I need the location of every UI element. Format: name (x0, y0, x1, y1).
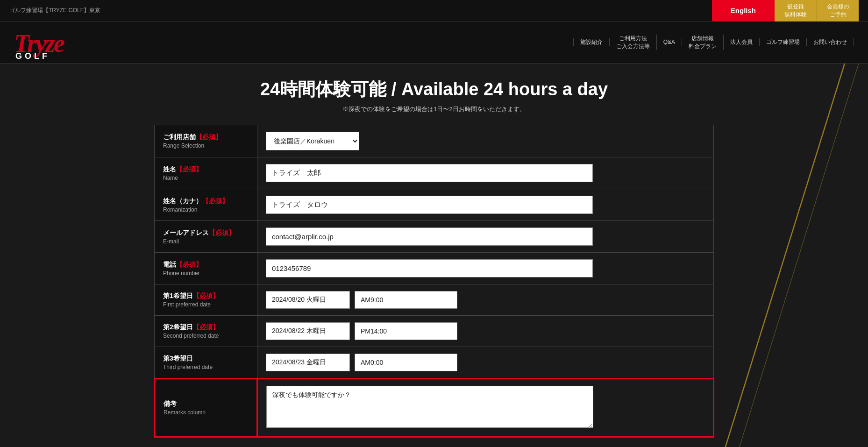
email-input[interactable] (266, 227, 593, 246)
romanization-label: 姓名（カナ）【必須】 Romanization (155, 189, 257, 221)
nav-item-store-info[interactable]: 店舗情報料金プラン (682, 35, 724, 50)
romanization-input-cell (257, 189, 714, 221)
third-date-label-en: Third preferred date (163, 364, 249, 370)
second-date-row: 第2希望日【必須】 Second preferred date (155, 316, 714, 347)
top-bar-right: English 仮登録 無料体験 会員様の ご予約 (712, 0, 859, 21)
romanization-input[interactable] (266, 196, 593, 214)
second-date-label: 第2希望日【必須】 Second preferred date (155, 316, 257, 347)
range-select[interactable]: 後楽園店／Korakuen (266, 132, 359, 150)
third-date-label-jp: 第3希望日 (163, 355, 249, 363)
remarks-label: 備考 Remarks column (155, 379, 257, 437)
svg-text:GOLF: GOLF (15, 51, 50, 59)
nav-item-corporate[interactable]: 法人会員 (724, 38, 760, 46)
phone-input-cell (257, 253, 714, 284)
range-selection-label: ご利用店舗【必須】 Range Selection (155, 125, 257, 157)
remarks-input-cell (257, 379, 714, 437)
name-input[interactable] (266, 164, 593, 182)
nav-item-facilities[interactable]: 施設紹介 (573, 38, 610, 46)
trial-button[interactable]: 仮登録 無料体験 (775, 0, 817, 21)
phone-input[interactable] (266, 259, 593, 277)
second-date-time-row (266, 322, 705, 340)
romanization-label-jp: 姓名（カナ）【必須】 (163, 197, 249, 206)
english-button[interactable]: English (712, 0, 775, 21)
logo-svg: Tryze GOLF (14, 26, 107, 59)
second-date-input[interactable] (266, 322, 350, 340)
first-date-label: 第1希望日【必須】 First preferred date (155, 284, 257, 316)
site-title: ゴルフ練習場【TRYZE GOLF】東京 (9, 7, 100, 14)
svg-line-2 (704, 64, 845, 447)
email-label-jp: メールアドレス【必須】 (163, 229, 249, 237)
phone-label-en: Phone number (163, 270, 249, 277)
top-bar: ゴルフ練習場【TRYZE GOLF】東京 English 仮登録 無料体験 会員… (0, 0, 868, 21)
first-date-time-row (266, 291, 705, 309)
email-label: メールアドレス【必須】 E-mail (155, 221, 257, 253)
first-date-input[interactable] (266, 291, 350, 309)
page-title: 24時間体験可能 / Available 24 hours a day (37, 78, 831, 101)
range-label-en: Range Selection (163, 142, 249, 149)
second-date-label-en: Second preferred date (163, 333, 249, 339)
name-label-en: Name (163, 175, 249, 181)
name-label: 姓名【必須】 Name (155, 157, 257, 189)
third-date-input[interactable] (266, 354, 350, 371)
nav-item-range[interactable]: ゴルフ練習場 (760, 38, 807, 46)
first-date-input-cell (257, 284, 714, 316)
range-selection-input-cell: 後楽園店／Korakuen (257, 125, 714, 157)
second-date-label-jp: 第2希望日【必須】 (163, 323, 249, 332)
member-button[interactable]: 会員様の ご予約 (817, 0, 859, 21)
email-row: メールアドレス【必須】 E-mail (155, 221, 714, 253)
email-input-cell (257, 221, 714, 253)
email-label-en: E-mail (163, 238, 249, 245)
first-date-row: 第1希望日【必須】 First preferred date (155, 284, 714, 316)
romanization-label-en: Romanization (163, 206, 249, 213)
phone-label: 電話【必須】 Phone number (155, 253, 257, 284)
second-date-input-cell (257, 316, 714, 347)
third-date-input-cell (257, 347, 714, 379)
phone-label-jp: 電話【必須】 (163, 261, 249, 269)
phone-row: 電話【必須】 Phone number (155, 253, 714, 284)
main-nav: 施設紹介 ご利用方法ご入会方法等 Q&A 店舗情報料金プラン 法人会員 ゴルフ練… (135, 35, 854, 50)
remarks-label-en: Remarks column (164, 409, 248, 416)
first-time-input[interactable] (355, 291, 457, 309)
required-tag: 【必須】 (196, 133, 222, 141)
nav-item-contact[interactable]: お問い合わせ (807, 38, 854, 46)
remarks-label-jp: 備考 (164, 400, 248, 408)
range-selection-row: ご利用店舗【必須】 Range Selection 後楽園店／Korakuen (155, 125, 714, 157)
third-date-time-row (266, 354, 705, 371)
romanization-row: 姓名（カナ）【必須】 Romanization (155, 189, 714, 221)
remarks-textarea[interactable] (266, 386, 593, 428)
name-label-jp: 姓名【必須】 (163, 165, 249, 174)
third-time-input[interactable] (355, 354, 457, 371)
top-btn-group: 仮登録 無料体験 会員様の ご予約 (775, 0, 859, 21)
registration-form: ご利用店舗【必須】 Range Selection 後楽園店／Korakuen … (154, 125, 714, 438)
third-date-label: 第3希望日 Third preferred date (155, 347, 257, 379)
range-label-jp: ご利用店舗【必須】 (163, 133, 249, 142)
first-date-label-jp: 第1希望日【必須】 (163, 292, 249, 300)
nav-item-usage[interactable]: ご利用方法ご入会方法等 (610, 35, 657, 50)
main-content: 24時間体験可能 / Available 24 hours a day ※深夜で… (0, 64, 868, 447)
third-date-row: 第3希望日 Third preferred date (155, 347, 714, 379)
name-input-cell (257, 157, 714, 189)
page-subtitle: ※深夜での体験をご希望の場合は1日〜2日お時間をいただきます。 (37, 105, 831, 114)
name-row: 姓名【必須】 Name (155, 157, 714, 189)
remarks-row: 備考 Remarks column (155, 379, 714, 437)
second-time-input[interactable] (355, 322, 457, 340)
header: Tryze GOLF 施設紹介 ご利用方法ご入会方法等 Q&A 店舗情報料金プラ… (0, 21, 868, 64)
logo-area: Tryze GOLF (14, 26, 117, 59)
svg-line-3 (719, 64, 859, 447)
first-date-label-en: First preferred date (163, 301, 249, 308)
nav-item-qa[interactable]: Q&A (657, 38, 682, 46)
